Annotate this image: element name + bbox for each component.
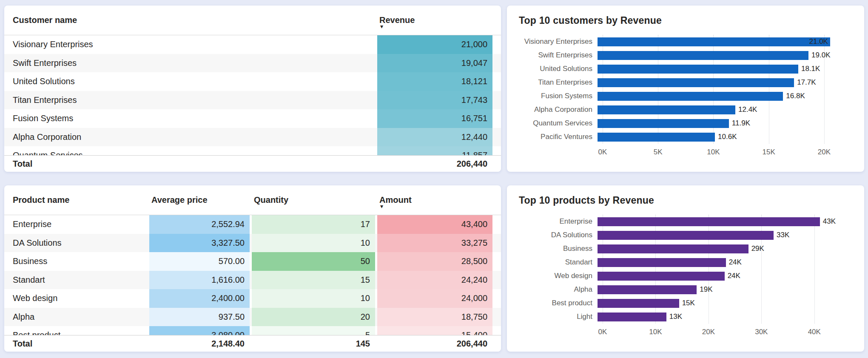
- column-header-revenue-label: Revenue: [379, 15, 415, 25]
- total-label: Total: [13, 159, 375, 169]
- customer-name-cell: United Solutions: [13, 72, 375, 91]
- product-name-cell: Standart: [13, 271, 147, 290]
- quantity-cell: 15: [252, 271, 375, 290]
- bar-track: 33K: [598, 228, 836, 242]
- average-price-cell: 570.00: [149, 252, 250, 271]
- total-revenue-value: 206,440: [377, 159, 492, 169]
- category-label: DA Solutions: [519, 231, 598, 239]
- product-name-cell: Enterprise: [13, 215, 147, 234]
- bar-track: 18.1K: [598, 62, 836, 76]
- bar-row: United Solutions18.1K: [519, 62, 852, 76]
- bar[interactable]: [598, 65, 798, 74]
- quantity-cell: 10: [252, 289, 375, 308]
- column-header-customer-name[interactable]: Customer name: [13, 6, 375, 35]
- table-row[interactable]: Fusion Systems16,751: [4, 109, 501, 128]
- table-row[interactable]: Standart1,616.001524,240: [4, 271, 501, 290]
- bar-track: 13K: [598, 310, 836, 324]
- bar-track: 10.6K: [598, 130, 836, 144]
- customer-name-cell: Alpha Corporation: [13, 128, 375, 147]
- column-header-product-name[interactable]: Product name: [13, 185, 147, 215]
- amount-cell: 43,400: [377, 215, 492, 234]
- category-label: Best product: [519, 299, 598, 307]
- bar-track: 19.0K: [598, 48, 836, 62]
- table-row[interactable]: Swift Enterprises19,047: [4, 54, 501, 73]
- table-row[interactable]: Alpha Corporation12,440: [4, 128, 501, 147]
- value-label: 19.0K: [811, 51, 830, 60]
- product-name-cell: Alpha: [13, 308, 147, 327]
- bar[interactable]: [598, 78, 794, 87]
- column-header-average-price[interactable]: Average price: [149, 185, 250, 215]
- sort-descending-icon: ▾: [380, 203, 383, 209]
- bar[interactable]: [598, 231, 774, 240]
- column-header-quantity[interactable]: Quantity: [252, 185, 375, 215]
- bar-row: Alpha19K: [519, 283, 852, 296]
- bar[interactable]: [598, 258, 726, 267]
- bar-row: Light13K: [519, 310, 852, 324]
- table-row[interactable]: United Solutions18,121: [4, 72, 501, 91]
- value-label: 17.7K: [797, 78, 816, 87]
- average-price-cell: 3,327.50: [149, 234, 250, 253]
- column-header-amount[interactable]: Amount ▾: [377, 185, 492, 215]
- bar[interactable]: [598, 51, 808, 60]
- bar[interactable]: [598, 244, 748, 253]
- bar-rows: Visionary Enterprises21.0KSwift Enterpri…: [519, 35, 852, 144]
- average-price-cell: 1,616.00: [149, 271, 250, 290]
- bar[interactable]: 21.0K: [598, 37, 830, 46]
- bar[interactable]: [598, 119, 729, 128]
- bar-track: 17.7K: [598, 76, 836, 89]
- bar-row: Enterprise43K: [519, 215, 852, 228]
- amount-cell: 33,275: [377, 234, 492, 253]
- value-label: 24K: [729, 258, 742, 267]
- table-row[interactable]: Quantum Services11,857: [4, 146, 501, 155]
- value-label: 16.8K: [786, 92, 805, 100]
- amount-cell: 15,400: [377, 326, 492, 335]
- category-label: Fusion Systems: [519, 92, 598, 100]
- table-row[interactable]: Titan Enterprises17,743: [4, 91, 501, 110]
- product-table-total-row: Total 2,148.40 145 206,440: [4, 335, 501, 352]
- axis-tick-label: 20K: [702, 328, 715, 336]
- value-label: 13K: [669, 313, 682, 321]
- table-row[interactable]: Business570.005028,500: [4, 252, 501, 271]
- bar[interactable]: [598, 105, 735, 114]
- table-row[interactable]: Web design2,400.001024,000: [4, 289, 501, 308]
- bar-track: 16.8K: [598, 89, 836, 103]
- axis-tick-label: 30K: [755, 328, 768, 336]
- table-row[interactable]: Best product3,080.00515,400: [4, 326, 501, 335]
- table-row[interactable]: DA Solutions3,327.501033,275: [4, 234, 501, 253]
- bar[interactable]: [598, 285, 697, 294]
- bar[interactable]: [598, 313, 666, 321]
- category-label: Alpha Corporation: [519, 105, 598, 114]
- category-label: Enterprise: [519, 217, 598, 226]
- bar[interactable]: [598, 299, 679, 308]
- average-price-cell: 3,080.00: [149, 326, 250, 335]
- bar-row: Alpha Corporation12.4K: [519, 103, 852, 116]
- table-row[interactable]: Visionary Enterprises21,000: [4, 35, 501, 54]
- customer-table-header: Customer name Revenue ▾: [4, 6, 501, 35]
- product-name-cell: Best product: [13, 326, 147, 335]
- product-name-cell: DA Solutions: [13, 234, 147, 253]
- bar-row: Standart24K: [519, 256, 852, 269]
- sort-descending-icon: ▾: [380, 23, 383, 29]
- customer-name-cell: Titan Enterprises: [13, 91, 375, 110]
- product-table-header: Product name Average price Quantity Amou…: [4, 185, 501, 215]
- bar[interactable]: [598, 272, 725, 281]
- bar-row: Fusion Systems16.8K: [519, 89, 852, 103]
- table-row[interactable]: Enterprise2,552.941743,400: [4, 215, 501, 234]
- value-label: 11.9K: [732, 119, 750, 128]
- bar-row: Visionary Enterprises21.0K: [519, 35, 852, 48]
- bar[interactable]: [598, 92, 783, 101]
- column-header-revenue[interactable]: Revenue ▾: [377, 6, 492, 35]
- revenue-cell: 19,047: [377, 54, 492, 73]
- total-label: Total: [13, 339, 147, 349]
- total-quantity-value: 145: [252, 339, 375, 349]
- customer-table-total-row: Total 206,440: [4, 155, 501, 172]
- bar-track: 19K: [598, 283, 836, 296]
- bar[interactable]: [598, 217, 820, 226]
- table-row[interactable]: Alpha937.502018,750: [4, 308, 501, 327]
- axis-tick-label: 15K: [763, 148, 775, 156]
- category-label: Alpha: [519, 285, 598, 294]
- value-label: 21.0K: [809, 37, 828, 46]
- category-label: Swift Enterprises: [519, 51, 598, 60]
- bar[interactable]: [598, 133, 715, 142]
- top-customers-bar-chart: Visionary Enterprises21.0KSwift Enterpri…: [519, 35, 852, 158]
